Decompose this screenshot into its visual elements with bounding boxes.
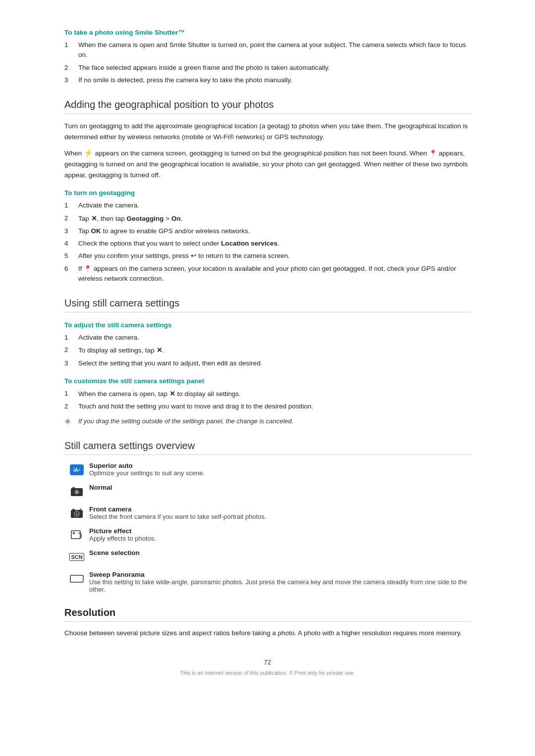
scene-selection-icon-cell: SCN: [64, 549, 89, 564]
picture-effect-icon: [69, 528, 85, 542]
customize-heading: To customize the still camera settings p…: [64, 377, 471, 385]
geotagging-heading: To turn on geotagging: [64, 189, 471, 197]
scene-selection-text: Scene selection: [89, 549, 471, 556]
geo-body1: Turn on geotagging to add the approximat…: [64, 121, 471, 142]
svg-point-6: [76, 513, 78, 515]
settings-row-scene-selection: SCN Scene selection: [64, 549, 471, 564]
settings-row-normal: Normal: [64, 484, 471, 499]
still-camera-heading: Using still camera settings: [64, 298, 471, 312]
settings-row-superior-auto: iA+ Superior auto Optimize your settings…: [64, 462, 471, 477]
settings-row-sweep-panorama: Sweep Panorama Use this setting to take …: [64, 571, 471, 593]
geo-section: Adding the geographical position to your…: [64, 99, 471, 284]
list-item: 3 Select the setting that you want to ad…: [64, 358, 471, 368]
superior-auto-icon: iA+: [69, 463, 85, 477]
resolution-section: Resolution Choose between several pictur…: [64, 607, 471, 639]
sweep-panorama-icon-cell: [64, 571, 89, 586]
svg-point-2: [75, 491, 78, 494]
note-star-icon: ✳: [64, 417, 74, 426]
list-item: 2 Touch and hold the setting you want to…: [64, 402, 471, 411]
smile-shutter-steps: 1 When the camera is open and Smile Shut…: [64, 40, 471, 85]
page-content: To take a photo using Smile Shutter™ 1 W…: [64, 0, 471, 706]
list-item: 2 Tap ✕, then tap Geotagging > On.: [64, 213, 471, 224]
list-item: 3 If no smile is detected, press the cam…: [64, 75, 471, 85]
svg-rect-3: [72, 487, 75, 489]
list-item: 1 Activate the camera.: [64, 333, 471, 343]
list-item: 2 To display all settings, tap ✕.: [64, 345, 471, 355]
settings-row-picture-effect: Picture effect Apply effects to photos.: [64, 527, 471, 542]
picture-effect-text: Picture effect Apply effects to photos.: [89, 527, 471, 542]
list-item: 2 The face selected appears inside a gre…: [64, 63, 471, 73]
svg-point-9: [73, 532, 75, 534]
smile-shutter-section: To take a photo using Smile Shutter™ 1 W…: [64, 29, 471, 85]
front-camera-desc: Select the front camera if you want to t…: [89, 513, 471, 520]
normal-text: Normal: [89, 484, 471, 491]
list-item: 1 Activate the camera.: [64, 201, 471, 210]
list-item: 5 After you confirm your settings, press…: [64, 251, 471, 261]
adjust-heading: To adjust the still camera settings: [64, 321, 471, 329]
front-camera-text: Front camera Select the front camera if …: [89, 505, 471, 520]
adjust-steps: 1 Activate the camera. 2 To display all …: [64, 333, 471, 368]
geo-body2: When ⚡ appears on the camera screen, geo…: [64, 147, 471, 180]
page-number: 72: [64, 658, 471, 666]
superior-auto-text: Superior auto Optimize your settings to …: [89, 462, 471, 477]
note-row: ✳ If you drag the setting outside of the…: [64, 416, 471, 426]
superior-auto-title: Superior auto: [89, 462, 471, 469]
list-item: 1 When the camera is open and Smile Shut…: [64, 40, 471, 60]
front-camera-icon-cell: [64, 505, 89, 520]
geotagging-steps: 1 Activate the camera. 2 Tap ✕, then tap…: [64, 201, 471, 284]
list-item: 1 When the camera is open, tap ✕ to disp…: [64, 389, 471, 399]
smile-shutter-heading: To take a photo using Smile Shutter™: [64, 29, 471, 36]
overview-section: Still camera settings overview iA+ Super…: [64, 440, 471, 593]
sweep-panorama-desc: Use this setting to take wide-angle, pan…: [89, 578, 471, 593]
normal-camera-icon: [69, 485, 85, 499]
svg-rect-7: [72, 509, 75, 510]
svg-rect-8: [71, 531, 80, 539]
superior-auto-icon-cell: iA+: [64, 462, 89, 477]
sweep-panorama-text: Sweep Panorama Use this setting to take …: [89, 571, 471, 593]
front-camera-title: Front camera: [89, 505, 471, 513]
list-item: 6 If 📍 appears on the camera screen, you…: [64, 264, 471, 284]
sweep-panorama-icon: [69, 572, 85, 586]
resolution-heading: Resolution: [64, 607, 471, 622]
scene-selection-icon: SCN: [69, 550, 85, 564]
resolution-body: Choose between several picture sizes and…: [64, 628, 471, 639]
list-item: 3 Tap OK to agree to enable GPS and/or w…: [64, 226, 471, 236]
normal-title: Normal: [89, 484, 471, 491]
superior-auto-desc: Optimize your settings to suit any scene…: [89, 469, 471, 477]
picture-effect-desc: Apply effects to photos.: [89, 535, 471, 542]
scene-selection-title: Scene selection: [89, 549, 471, 556]
overview-heading: Still camera settings overview: [64, 440, 471, 455]
customize-steps: 1 When the camera is open, tap ✕ to disp…: [64, 389, 471, 412]
settings-table: iA+ Superior auto Optimize your settings…: [64, 462, 471, 593]
sweep-panorama-title: Sweep Panorama: [89, 571, 471, 578]
picture-effect-title: Picture effect: [89, 527, 471, 535]
list-item: 4 Check the options that you want to sel…: [64, 239, 471, 249]
still-camera-section: Using still camera settings To adjust th…: [64, 298, 471, 426]
footer-text: This is an Internet version of this publ…: [64, 670, 471, 676]
note-text: If you drag the setting outside of the s…: [78, 416, 293, 426]
geo-heading: Adding the geographical position to your…: [64, 99, 471, 114]
settings-row-front-camera: Front camera Select the front camera if …: [64, 505, 471, 520]
svg-rect-10: [70, 575, 83, 582]
front-camera-icon: [69, 506, 85, 520]
normal-icon-cell: [64, 484, 89, 499]
picture-effect-icon-cell: [64, 527, 89, 542]
